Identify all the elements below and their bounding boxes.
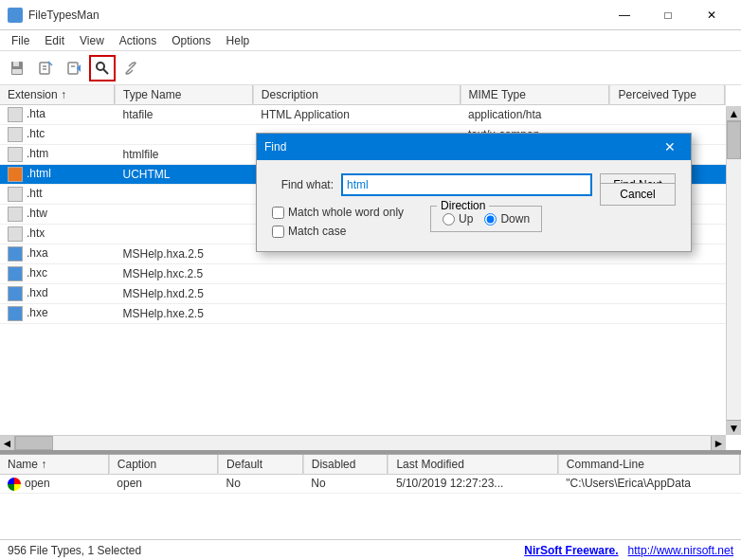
status-link: NirSoft Freeware. http://www.nirsoft.net [524, 544, 733, 557]
dialog-titlebar: Find ✕ [257, 134, 691, 160]
table-cell: No [303, 475, 389, 494]
table-cell: htmlfile [116, 145, 254, 165]
col-mime[interactable]: MIME Type [461, 85, 610, 105]
table-cell [461, 284, 610, 304]
col-default[interactable]: Default [219, 455, 304, 475]
dialog-body: Find what: Find Next Match whole word on… [257, 160, 691, 251]
table-cell [610, 105, 726, 125]
col-extension[interactable]: Extension ↑ [0, 85, 116, 105]
col-typename[interactable]: Type Name [116, 85, 254, 105]
maximize-button[interactable]: □ [646, 0, 690, 30]
h-scrollbar[interactable]: ◄ ► [0, 435, 726, 450]
status-bar: 956 File Types, 1 Selected NirSoft Freew… [0, 539, 741, 560]
table-cell: application/hta [461, 105, 610, 125]
col-caption[interactable]: Caption [109, 455, 218, 475]
cancel-button[interactable]: Cancel [600, 183, 676, 206]
table-cell [116, 205, 254, 225]
toolbar [0, 51, 741, 85]
table-cell [116, 225, 254, 244]
window-controls: — □ ✕ [603, 0, 733, 30]
lower-table-container: Name ↑ Caption Default Disabled Last Mod… [0, 454, 741, 539]
dialog-title: Find [264, 140, 657, 154]
ext-cell: .htm [0, 145, 116, 165]
app-icon [8, 8, 23, 23]
match-case-label[interactable]: Match case [272, 225, 404, 238]
direction-label: Direction [437, 199, 489, 212]
menu-bar: File Edit View Actions Options Help [0, 30, 741, 51]
down-radio[interactable] [484, 213, 497, 226]
col-name[interactable]: Name ↑ [0, 455, 109, 475]
svg-point-8 [97, 63, 104, 70]
menu-options[interactable]: Options [164, 32, 218, 49]
col-description[interactable]: Description [253, 85, 461, 105]
ext-cell: .hxc [0, 264, 116, 284]
menu-file[interactable]: File [4, 32, 37, 49]
table-cell [610, 264, 726, 284]
nirsoft-url[interactable]: http://www.nirsoft.net [628, 544, 733, 557]
ext-cell: .htx [0, 225, 116, 244]
toolbar-link-btn[interactable] [117, 55, 144, 81]
actions-table: Name ↑ Caption Default Disabled Last Mod… [0, 455, 741, 494]
col-disabled[interactable]: Disabled [303, 455, 389, 475]
match-case-checkbox[interactable] [272, 226, 284, 238]
cancel-btn-container: Cancel [600, 183, 676, 206]
menu-actions[interactable]: Actions [112, 32, 164, 49]
menu-edit[interactable]: Edit [37, 32, 72, 49]
ext-cell: .htw [0, 205, 116, 225]
table-row[interactable]: .hxcMSHelp.hxc.2.5 [0, 264, 726, 284]
table-cell [610, 304, 726, 324]
svg-rect-3 [40, 63, 49, 74]
menu-help[interactable]: Help [219, 32, 258, 49]
svg-rect-2 [12, 69, 22, 74]
nirsoft-label: NirSoft Freeware. [524, 544, 618, 557]
table-cell: No [219, 475, 304, 494]
table-cell: 5/10/2019 12:27:23... [389, 475, 558, 494]
toolbar-export-btn[interactable] [32, 55, 59, 81]
table-cell: MSHelp.hxe.2.5 [116, 304, 254, 324]
table-row[interactable]: .hxeMSHelp.hxe.2.5 [0, 304, 726, 324]
table-cell [461, 264, 610, 284]
dialog-close-button[interactable]: ✕ [657, 134, 683, 160]
direction-group: Direction Up Down [430, 206, 542, 232]
ext-cell: .html [0, 165, 116, 185]
svg-rect-1 [13, 62, 19, 66]
table-cell [253, 304, 461, 324]
minimize-button[interactable]: — [603, 0, 646, 30]
table-cell [116, 125, 254, 145]
match-whole-word-checkbox[interactable] [272, 207, 284, 219]
svg-line-9 [103, 69, 108, 74]
find-what-input[interactable] [341, 173, 592, 196]
menu-view[interactable]: View [72, 32, 112, 49]
table-cell: HTML Application [253, 105, 461, 125]
table-cell [253, 284, 461, 304]
close-button[interactable]: ✕ [690, 0, 733, 30]
col-cmdline[interactable]: Command-Line [558, 455, 740, 475]
toolbar-import-btn[interactable] [61, 55, 87, 81]
dialog-checkboxes: Match whole word only Match case [272, 206, 404, 238]
window-title: FileTypesMan [28, 9, 603, 22]
ext-cell: .hxe [0, 304, 116, 324]
v-scrollbar[interactable]: ▲ ▼ [726, 106, 741, 435]
up-radio[interactable] [443, 213, 455, 226]
table-cell: open [109, 475, 218, 494]
match-whole-word-label[interactable]: Match whole word only [272, 206, 404, 219]
table-row[interactable]: openopenNoNo5/10/2019 12:27:23..."C:\Use… [0, 475, 741, 494]
col-perceived[interactable]: Perceived Type [610, 85, 726, 105]
ext-cell: .htc [0, 125, 116, 145]
table-row[interactable]: .htahtafileHTML Applicationapplication/h… [0, 105, 726, 125]
ext-cell: .hxa [0, 244, 116, 264]
ext-cell: .hxd [0, 284, 116, 304]
ext-cell: .hta [0, 105, 116, 125]
col-modified[interactable]: Last Modified [389, 455, 558, 475]
down-radio-label[interactable]: Down [484, 212, 530, 226]
table-cell: "C:\Users\Erica\AppData [558, 475, 740, 494]
status-text: 956 File Types, 1 Selected [8, 544, 524, 557]
toolbar-save-btn[interactable] [4, 55, 30, 81]
table-cell [116, 185, 254, 205]
table-row[interactable]: .hxdMSHelp.hxd.2.5 [0, 284, 726, 304]
toolbar-find-btn[interactable] [89, 55, 116, 81]
find-dialog[interactable]: Find ✕ Find what: Find Next Match whole … [256, 133, 692, 252]
up-radio-label[interactable]: Up [443, 212, 473, 226]
table-cell: MSHelp.hxd.2.5 [116, 284, 254, 304]
table-cell: MSHelp.hxc.2.5 [116, 264, 254, 284]
